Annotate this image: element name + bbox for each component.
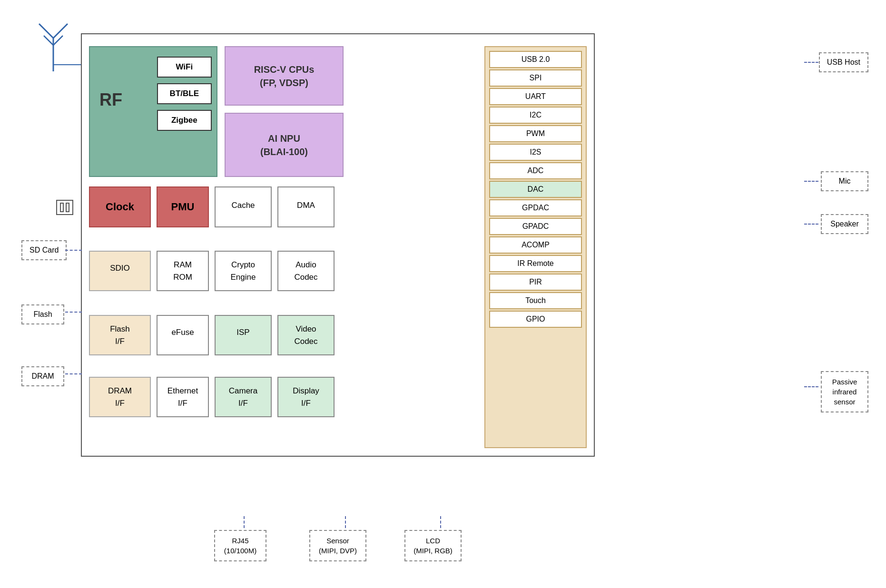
mic-box: Mic <box>821 171 868 191</box>
sensor-line <box>345 516 346 528</box>
risc-v-label: RISC-V CPUs(FP, VDSP) <box>254 63 315 89</box>
wifi-box: WiFi <box>157 57 212 78</box>
sdcard-line <box>65 250 82 251</box>
svg-line-2 <box>53 24 68 38</box>
dram-box: DRAM <box>21 366 64 386</box>
dma-box: DMA <box>277 186 335 227</box>
periph-gpdac: GPDAC <box>489 199 582 216</box>
rj45-line <box>244 516 245 528</box>
periph-adc: ADC <box>489 162 582 179</box>
cache-box: Cache <box>215 186 272 227</box>
periph-pwm: PWM <box>489 125 582 142</box>
row2: SDIO RAMROM CryptoEngine AudioCodec <box>89 251 335 291</box>
pir-sensor-box: Passiveinfraredsensor <box>821 371 868 412</box>
crypto-engine-box: CryptoEngine <box>215 251 272 291</box>
periph-spi: SPI <box>489 69 582 87</box>
mic-line <box>804 181 818 182</box>
rf-label: RF <box>99 90 122 110</box>
flash-box: Flash <box>21 304 64 324</box>
periph-touch: Touch <box>489 292 582 309</box>
pmu-box: PMU <box>157 186 209 227</box>
camera-if-box: CameraI/F <box>215 377 272 417</box>
row1: Clock PMU Cache DMA <box>89 186 335 227</box>
rf-sub-boxes: WiFi BT/BLE Zigbee <box>157 57 212 131</box>
periph-uart: UART <box>489 88 582 105</box>
peripheral-panel: USB 2.0 SPI UART I2C PWM I2S ADC DAC GPD… <box>484 46 587 448</box>
periph-dac: DAC <box>489 181 582 198</box>
memory-icon <box>56 200 73 215</box>
speaker-box: Speaker <box>821 214 868 234</box>
periph-i2c: I2C <box>489 107 582 124</box>
periph-acomp: ACOMP <box>489 236 582 254</box>
svg-line-1 <box>39 24 53 38</box>
video-codec-box: VideoCodec <box>277 315 335 355</box>
rf-section: RF WiFi BT/BLE Zigbee <box>89 46 217 177</box>
periph-usb20: USB 2.0 <box>489 51 582 68</box>
ram-rom-box: RAMROM <box>157 251 209 291</box>
periph-ir-remote: IR Remote <box>489 255 582 272</box>
rj45-box: RJ45(10/100M) <box>214 530 266 561</box>
usb-host-box: USB Host <box>819 52 868 72</box>
flash-if-box: FlashI/F <box>89 315 151 355</box>
risc-v-box: RISC-V CPUs(FP, VDSP) <box>225 46 344 106</box>
display-if-box: DisplayI/F <box>277 377 335 417</box>
lcd-line <box>440 516 441 528</box>
dram-if-box: DRAMI/F <box>89 377 151 417</box>
pir-line <box>804 386 818 387</box>
zigbee-box: Zigbee <box>157 110 212 131</box>
isp-box: ISP <box>215 315 272 355</box>
peripheral-list: USB 2.0 SPI UART I2C PWM I2S ADC DAC GPD… <box>485 47 586 332</box>
sd-card-box: SD Card <box>21 240 67 260</box>
periph-i2s: I2S <box>489 144 582 161</box>
antenna-icon <box>34 19 72 76</box>
main-board: RF WiFi BT/BLE Zigbee RISC-V CPUs(FP, VD… <box>81 33 595 457</box>
row4: DRAMI/F EthernetI/F CameraI/F DisplayI/F <box>89 377 335 417</box>
clock-box: Clock <box>89 186 151 227</box>
lcd-box: LCD(MIPI, RGB) <box>404 530 462 561</box>
speaker-line <box>804 224 818 225</box>
periph-gpio: GPIO <box>489 311 582 328</box>
row3: FlashI/F eFuse ISP VideoCodec <box>89 315 335 355</box>
sdio-box: SDIO <box>89 251 151 291</box>
diagram-container: RF WiFi BT/BLE Zigbee RISC-V CPUs(FP, VD… <box>14 14 871 571</box>
efuse-box: eFuse <box>157 315 209 355</box>
audio-codec-box: AudioCodec <box>277 251 335 291</box>
dram-line <box>65 373 82 374</box>
periph-pir: PIR <box>489 274 582 291</box>
ai-npu-label: AI NPU(BLAI-100) <box>260 132 308 158</box>
ethernet-if-box: EthernetI/F <box>157 377 209 417</box>
periph-gpadc: GPADC <box>489 218 582 235</box>
ai-npu-box: AI NPU(BLAI-100) <box>225 113 344 177</box>
flash-line <box>65 312 82 313</box>
btble-box: BT/BLE <box>157 83 212 104</box>
usb-host-line <box>804 62 818 63</box>
sensor-box: Sensor(MIPI, DVP) <box>309 530 366 561</box>
